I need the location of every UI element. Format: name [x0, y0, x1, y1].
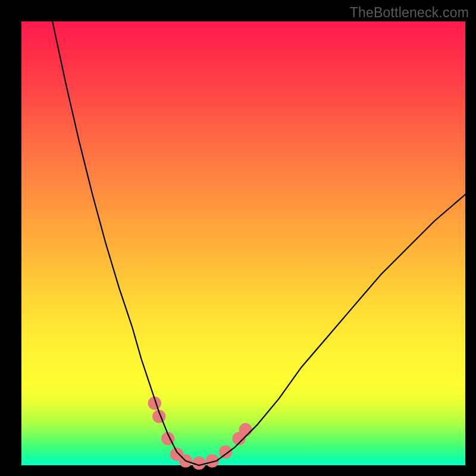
plot-area	[21, 21, 465, 465]
chart-frame: TheBottleneck.com	[0, 0, 476, 476]
valley-marker	[219, 445, 232, 458]
bottleneck-curve	[52, 21, 465, 465]
valley-marker	[239, 423, 252, 436]
valley-marker-group	[148, 396, 252, 469]
curve-layer	[21, 21, 465, 465]
watermark-label: TheBottleneck.com	[350, 5, 469, 21]
